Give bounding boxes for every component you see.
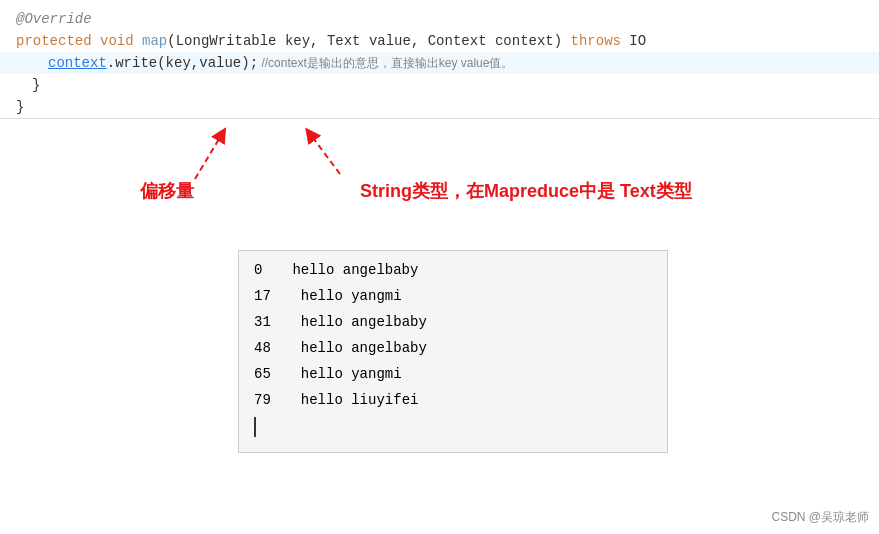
value-48: hello angelbaby bbox=[301, 335, 427, 361]
annotation-left-text: 偏移量 bbox=[140, 181, 194, 201]
main-container: @Override protected void map(LongWritabl… bbox=[0, 0, 879, 534]
code-line-override: @Override bbox=[0, 0, 879, 30]
keyword-throws: throws bbox=[571, 33, 621, 49]
offset-17: 17 bbox=[254, 283, 271, 309]
output-row-5: 65 hello yangmi bbox=[254, 361, 652, 387]
value-17: hello yangmi bbox=[301, 283, 402, 309]
code-line-4: } bbox=[0, 96, 879, 118]
type-text: Text value, Context context) bbox=[327, 33, 571, 49]
override-annotation: @Override bbox=[16, 11, 92, 27]
output-row-2: 17 hello yangmi bbox=[254, 283, 652, 309]
offset-48: 48 bbox=[254, 335, 271, 361]
offset-31: 31 bbox=[254, 309, 271, 335]
offset-79: 79 bbox=[254, 387, 271, 413]
annotation-right: String类型，在Mapreduce中是 Text类型 bbox=[360, 179, 692, 203]
svg-line-2 bbox=[195, 134, 222, 179]
keyword-void: void bbox=[100, 33, 134, 49]
output-row-4: 48 hello angelbaby bbox=[254, 335, 652, 361]
watermark: CSDN @吴琼老师 bbox=[771, 509, 869, 526]
cursor bbox=[254, 417, 652, 437]
code-section: @Override protected void map(LongWritabl… bbox=[0, 0, 879, 119]
svg-line-3 bbox=[310, 134, 340, 174]
annotation-right-text: String类型，在Mapreduce中是 Text类型 bbox=[360, 181, 692, 201]
code-line-3: } bbox=[0, 74, 879, 96]
value-65: hello yangmi bbox=[301, 361, 402, 387]
code-link-context: context bbox=[48, 55, 107, 71]
code-line-1: protected void map(LongWritable key, Tex… bbox=[0, 30, 879, 52]
code-method-write: .write(key,value); bbox=[107, 55, 258, 71]
value-79: hello liuyifei bbox=[301, 387, 419, 413]
value-0: hello angelbaby bbox=[292, 257, 418, 283]
offset-65: 65 bbox=[254, 361, 271, 387]
watermark-text: CSDN @吴琼老师 bbox=[771, 510, 869, 524]
offset-0: 0 bbox=[254, 257, 262, 283]
annotation-area: 偏移量 String类型，在Mapreduce中是 Text类型 bbox=[0, 119, 879, 244]
output-section: 0 hello angelbaby 17 hello yangmi 31 hel… bbox=[238, 250, 668, 453]
annotation-left: 偏移量 bbox=[140, 179, 194, 203]
type-longwritable: LongWritable key, bbox=[176, 33, 327, 49]
output-row-6: 79 hello liuyifei bbox=[254, 387, 652, 413]
code-line-2: context.write(key,value); //context是输出的意… bbox=[0, 52, 879, 74]
code-comment: //context是输出的意思，直接输出key value值。 bbox=[258, 56, 513, 70]
method-map: map bbox=[142, 33, 167, 49]
output-row-3: 31 hello angelbaby bbox=[254, 309, 652, 335]
keyword-protected: protected bbox=[16, 33, 92, 49]
output-row-1: 0 hello angelbaby bbox=[254, 257, 652, 283]
value-31: hello angelbaby bbox=[301, 309, 427, 335]
